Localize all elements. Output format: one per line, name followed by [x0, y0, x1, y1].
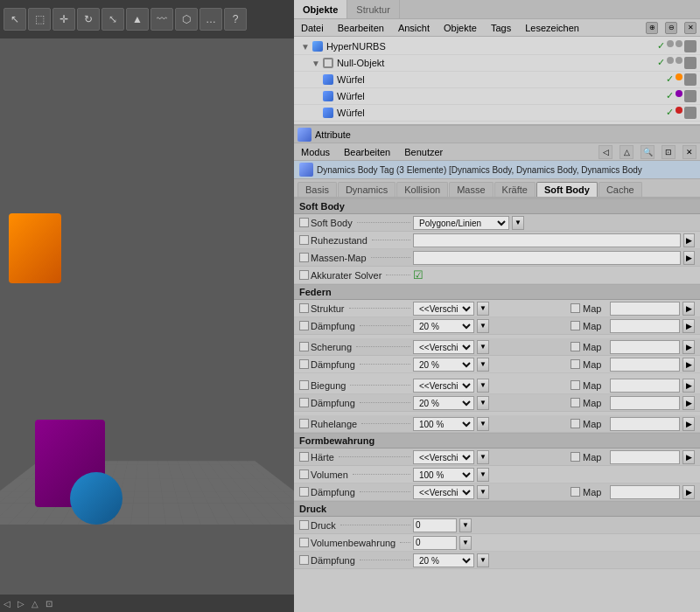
menu-bearbeiten[interactable]: Bearbeiten: [334, 23, 388, 33]
viewport-nav-up[interactable]: △: [32, 599, 38, 609]
input-druck[interactable]: [413, 518, 457, 532]
attr-nav-left[interactable]: ◁: [598, 145, 612, 159]
checkbox-dampfung2[interactable]: [299, 359, 309, 369]
attr-menu-modus[interactable]: Modus: [298, 147, 333, 157]
spline-tool[interactable]: 〰: [150, 8, 173, 31]
menu-tags[interactable]: Tags: [487, 23, 514, 33]
rotate-tool[interactable]: ↻: [77, 8, 100, 31]
drag-biegung[interactable]: ▼: [477, 379, 489, 393]
select-volumen[interactable]: 100 %: [413, 468, 474, 482]
checkbox-ruhezustand[interactable]: [299, 235, 309, 245]
map-input-dampfung3[interactable]: [610, 396, 680, 410]
checkbox-massen-map[interactable]: [299, 253, 309, 262]
drag-volumen[interactable]: ▼: [477, 468, 489, 482]
attr-menu-bearbeiten[interactable]: Bearbeiten: [340, 147, 394, 157]
btn-massen-map[interactable]: ▶: [683, 251, 695, 265]
select-dampfung2[interactable]: 20 %: [413, 358, 474, 372]
drag-dampfung5[interactable]: ▼: [477, 553, 489, 567]
tree-row-hypernurbs[interactable]: ▼ HyperNURBS ✓: [294, 38, 700, 55]
btn-ruhezustand[interactable]: ▶: [683, 233, 695, 247]
map-input-dampfung2[interactable]: [610, 358, 680, 372]
map-cb-scherung[interactable]: [570, 342, 580, 351]
drag-dampfung4[interactable]: ▼: [477, 485, 489, 499]
checkbox-dampfung5[interactable]: [299, 555, 309, 565]
map-cb-dampfung1[interactable]: [570, 321, 580, 330]
drag-dampfung1[interactable]: ▼: [477, 319, 489, 333]
tree-row-cube1[interactable]: Würfel ✓: [294, 72, 700, 88]
input-volumenbewahrung[interactable]: [413, 536, 457, 550]
select-dampfung4[interactable]: <<Verschi: [413, 485, 474, 499]
cursor-tool[interactable]: ↖: [4, 8, 26, 31]
select-ruhelange[interactable]: 100 %: [413, 417, 474, 431]
drag-harte[interactable]: ▼: [477, 450, 489, 464]
input-massen-map[interactable]: [413, 251, 681, 265]
input-ruhezustand[interactable]: [413, 233, 681, 247]
obj-btn-1[interactable]: ⊕: [646, 22, 658, 34]
obj-btn-3[interactable]: ✕: [684, 22, 696, 34]
attr-nav-up[interactable]: △: [620, 145, 634, 159]
map-input-struktur[interactable]: [610, 302, 680, 316]
drag-scherung[interactable]: ▼: [477, 340, 489, 354]
map-btn-dampfung3[interactable]: ▶: [682, 396, 695, 410]
map-btn-dampfung4[interactable]: ▶: [682, 485, 695, 499]
map-btn-dampfung2[interactable]: ▶: [682, 358, 695, 372]
checkbox-volumenbewahrung[interactable]: [299, 538, 309, 547]
menu-ansicht[interactable]: Ansicht: [395, 23, 433, 33]
checkbox-ruhelange[interactable]: [299, 419, 309, 428]
checkbox-soft-body[interactable]: [299, 218, 309, 227]
map-cb-dampfung3[interactable]: [570, 398, 580, 407]
tab-masse[interactable]: Masse: [449, 182, 493, 197]
move-tool[interactable]: ✛: [52, 8, 75, 31]
select-tool[interactable]: ⬚: [28, 8, 51, 31]
drag-struktur[interactable]: ▼: [477, 302, 489, 316]
menu-objekte[interactable]: Objekte: [440, 23, 480, 33]
tab-kollision[interactable]: Kollision: [396, 182, 448, 197]
attr-btn1[interactable]: ⊡: [662, 145, 676, 159]
select-soft-body[interactable]: Polygone/Linien: [413, 216, 509, 230]
map-input-biegung[interactable]: [610, 379, 680, 393]
poly-tool[interactable]: ▲: [126, 8, 149, 31]
map-btn-harte[interactable]: ▶: [682, 450, 695, 464]
checkbox-dampfung3[interactable]: [299, 398, 309, 407]
drag-dampfung3[interactable]: ▼: [477, 396, 489, 410]
viewport-nav-right[interactable]: ▷: [18, 599, 24, 609]
select-biegung[interactable]: <<Verschi: [413, 379, 474, 393]
select-scherung[interactable]: <<Verschi: [413, 340, 474, 354]
checkbox-dampfung4[interactable]: [299, 487, 309, 497]
tree-row-cube3[interactable]: Würfel ✓: [294, 105, 700, 122]
map-input-dampfung4[interactable]: [610, 485, 680, 499]
checkbox-volumen[interactable]: [299, 469, 309, 479]
tree-row-cube2[interactable]: Würfel ✓: [294, 88, 700, 105]
obj-btn-2[interactable]: ⊖: [665, 22, 677, 34]
drag-druck[interactable]: ▼: [459, 518, 472, 532]
tab-soft-body[interactable]: Soft Body: [536, 182, 598, 197]
tab-cache[interactable]: Cache: [598, 182, 642, 197]
viewport-nav-left[interactable]: ◁: [4, 599, 10, 609]
tab-kraefte[interactable]: Kräfte: [494, 182, 536, 197]
tree-row-null[interactable]: ▼ Null-Objekt ✓: [294, 55, 700, 72]
tab-basis[interactable]: Basis: [298, 182, 337, 197]
map-cb-struktur[interactable]: [570, 303, 580, 313]
map-cb-harte[interactable]: [570, 452, 580, 462]
tab-objekte[interactable]: Objekte: [294, 0, 347, 18]
map-cb-dampfung4[interactable]: [570, 487, 580, 497]
map-btn-ruhelange[interactable]: ▶: [682, 417, 695, 431]
checkbox-dampfung1[interactable]: [299, 321, 309, 330]
map-input-harte[interactable]: [610, 450, 680, 464]
checkbox-druck[interactable]: [299, 520, 309, 530]
more-tool[interactable]: …: [200, 8, 222, 31]
map-cb-dampfung2[interactable]: [570, 359, 580, 369]
map-cb-biegung[interactable]: [570, 380, 580, 390]
viewport-camera[interactable]: ⊡: [46, 599, 52, 609]
select-harte[interactable]: <<Verschi: [413, 450, 474, 464]
map-btn-dampfung1[interactable]: ▶: [682, 319, 695, 333]
attr-menu-benutzer[interactable]: Benutzer: [401, 147, 446, 157]
drag-volumenbewahrung[interactable]: ▼: [459, 536, 472, 550]
map-btn-struktur[interactable]: ▶: [682, 302, 695, 316]
select-dampfung1[interactable]: 20 %: [413, 319, 474, 333]
map-btn-biegung[interactable]: ▶: [682, 379, 695, 393]
drag-btn-soft-body[interactable]: ▼: [512, 216, 524, 230]
3d-viewport[interactable]: ↖ ⬚ ✛ ↻ ⤡ ▲ 〰 ⬡ … ? ◁ ▷ △ ⊡: [0, 0, 294, 612]
tab-struktur[interactable]: Struktur: [347, 0, 400, 18]
select-dampfung5[interactable]: 20 %: [413, 553, 474, 567]
